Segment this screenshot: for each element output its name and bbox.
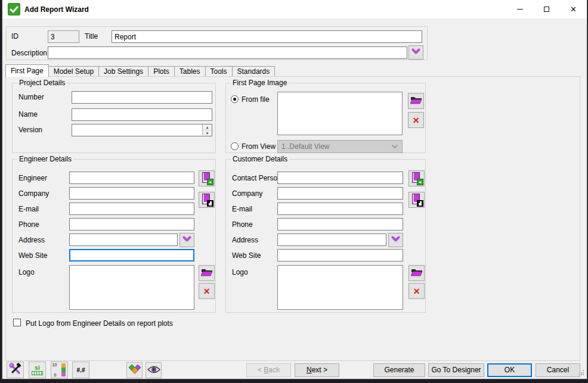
description-expand-button[interactable]	[408, 45, 423, 60]
folder-open-icon	[411, 267, 423, 279]
maximize-icon	[544, 7, 549, 12]
engineer-input[interactable]	[69, 172, 194, 184]
number-format-icon: #.#	[77, 367, 85, 373]
color-cubes-heart-icon	[128, 364, 141, 377]
project-details-group: Project Details Number Name Version ▴ ▾	[12, 83, 216, 153]
from-file-label: From file	[242, 95, 270, 104]
customer-address-expand-button[interactable]	[388, 233, 403, 247]
from-file-radio[interactable]	[231, 95, 239, 103]
tab-strip: First Page Model Setup Job Settings Plot…	[5, 64, 274, 76]
customer-address-input[interactable]	[277, 233, 386, 246]
chevron-down-icon	[182, 236, 191, 244]
engineer-website-label: Web Site	[18, 251, 47, 260]
customer-company-input[interactable]	[277, 187, 403, 200]
engineer-website-input[interactable]	[69, 249, 194, 261]
engineer-address-input[interactable]	[69, 233, 178, 246]
units-button[interactable]: si	[29, 362, 46, 378]
engineer-save-to-address-book-button[interactable]	[199, 192, 215, 208]
spin-up-icon[interactable]: ▴	[203, 124, 212, 130]
version-label: Version	[18, 126, 42, 134]
back-button[interactable]: < Back	[246, 363, 291, 377]
go-to-designer-button[interactable]: Go To Designer	[428, 363, 484, 377]
from-view-label: From View	[242, 142, 276, 151]
engineer-details-group: Engineer Details Engineer Company E-mail…	[12, 159, 216, 313]
folder-open-icon	[201, 267, 213, 279]
tab-job-settings[interactable]: Job Settings	[98, 66, 148, 76]
generate-button[interactable]: Generate	[373, 363, 425, 377]
chevron-down-icon	[391, 236, 400, 244]
put-logo-checkbox[interactable]	[13, 319, 21, 326]
engineer-logo-box	[69, 265, 194, 310]
cancel-button[interactable]: Cancel	[536, 363, 580, 377]
number-label: Number	[18, 93, 44, 101]
number-format-button[interactable]: #.#	[72, 362, 89, 378]
resize-grip[interactable]	[579, 369, 584, 377]
si-units-icon: si	[35, 365, 39, 371]
tab-tables[interactable]: Tables	[174, 66, 206, 76]
id-input[interactable]	[48, 30, 79, 43]
engineer-logo-browse-button[interactable]	[199, 265, 215, 281]
from-view-radio[interactable]	[231, 142, 239, 150]
close-button[interactable]: ✕	[560, 0, 587, 18]
first-page-image-box	[277, 92, 403, 135]
colors-button[interactable]	[126, 362, 143, 378]
description-input[interactable]	[48, 46, 407, 59]
first-page-tab-panel: Project Details Number Name Version ▴ ▾ …	[5, 76, 580, 361]
address-book-save-icon	[410, 194, 423, 207]
engineer-phone-input[interactable]	[69, 218, 194, 231]
customer-website-input[interactable]	[277, 249, 403, 261]
version-input[interactable]	[72, 124, 212, 136]
customer-phone-label: Phone	[232, 220, 253, 229]
version-spinner: ▴ ▾	[72, 124, 212, 136]
chevron-down-icon	[411, 48, 420, 57]
engineer-address-expand-button[interactable]	[180, 233, 194, 247]
customer-website-label: Web Site	[232, 251, 261, 260]
report-settings-button[interactable]	[7, 362, 24, 378]
engineer-email-label: E-mail	[18, 205, 39, 213]
next-button[interactable]: Next >	[295, 363, 339, 377]
engineer-company-input[interactable]	[69, 187, 194, 200]
ruler-icon	[32, 371, 43, 375]
browse-image-button[interactable]	[408, 93, 424, 109]
clear-image-button[interactable]: ✕	[408, 112, 424, 128]
tab-plots[interactable]: Plots	[148, 66, 175, 76]
engineer-email-input[interactable]	[69, 203, 194, 215]
name-input[interactable]	[72, 108, 212, 121]
engineer-logo-label: Logo	[18, 268, 35, 276]
customer-address-label: Address	[232, 236, 258, 244]
customer-load-from-address-book-button[interactable]: ◄	[408, 170, 425, 186]
engineer-details-legend: Engineer Details	[17, 155, 73, 163]
tab-model-setup[interactable]: Model Setup	[48, 66, 99, 76]
customer-save-to-address-book-button[interactable]	[408, 192, 425, 208]
customer-phone-input[interactable]	[277, 218, 403, 231]
tab-standards[interactable]: Standards	[232, 66, 276, 76]
customer-email-input[interactable]	[277, 203, 403, 215]
color-scale-button[interactable]: 10 0	[51, 362, 68, 378]
address-book-save-icon	[200, 194, 213, 207]
minimize-button[interactable]	[506, 0, 533, 18]
description-label: Description	[11, 49, 47, 57]
tab-tools[interactable]: Tools	[205, 66, 233, 76]
name-label: Name	[18, 110, 38, 119]
customer-company-label: Company	[232, 189, 262, 198]
close-icon: ✕	[570, 5, 577, 14]
title-input[interactable]	[112, 30, 422, 43]
customer-logo-clear-button[interactable]: ✕	[408, 283, 425, 299]
maximize-button[interactable]	[533, 0, 560, 18]
project-details-legend: Project Details	[17, 79, 67, 87]
version-spin-buttons: ▴ ▾	[202, 124, 212, 135]
customer-logo-browse-button[interactable]	[408, 265, 425, 281]
tools-hammer-wrench-icon	[9, 363, 22, 378]
delete-x-icon: ✕	[413, 116, 420, 124]
spin-down-icon[interactable]: ▾	[203, 130, 212, 136]
first-page-image-group: First Page Image From file ✕ From View 1…	[225, 83, 426, 153]
preview-button[interactable]	[146, 362, 162, 378]
number-input[interactable]	[72, 91, 212, 104]
view-select[interactable]: 1..Default View	[277, 140, 403, 153]
engineer-logo-clear-button[interactable]: ✕	[199, 283, 215, 299]
contact-person-input[interactable]	[277, 172, 403, 184]
engineer-address-label: Address	[18, 236, 45, 244]
ok-button[interactable]: OK	[487, 363, 532, 377]
tab-first-page[interactable]: First Page	[5, 64, 49, 77]
engineer-load-from-address-book-button[interactable]: ◄	[199, 170, 215, 186]
